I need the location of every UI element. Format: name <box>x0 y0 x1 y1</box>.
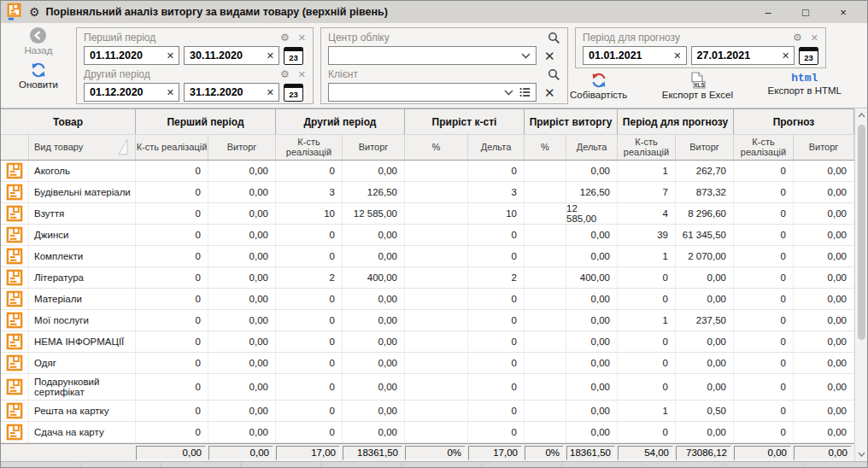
column-header-4[interactable]: К-сть реалізацій <box>276 134 343 160</box>
cost-button[interactable]: Собівартість <box>570 72 627 100</box>
value-cell: 0 <box>734 331 794 352</box>
table-row[interactable]: Сдача на карту00,0000,0000,0000,0000,00 <box>1 422 854 443</box>
column-header-9[interactable]: Дельта <box>566 134 618 160</box>
value-cell: 0 <box>136 289 208 309</box>
table-row[interactable]: Література00,002400,002400,0000,0000,00 <box>1 267 854 289</box>
first-period-gear-icon[interactable]: ⚙ <box>280 32 290 43</box>
minimize-button[interactable]: – <box>749 1 787 23</box>
window-controls: – □ × <box>749 1 862 23</box>
value-cell: 1 <box>618 246 676 266</box>
value-cell: 0,00 <box>343 161 405 181</box>
back-button[interactable]: Назад <box>25 26 53 56</box>
value-cell: 2 070,00 <box>676 246 734 266</box>
value-cell: 0 <box>276 310 343 331</box>
column-header-10[interactable]: К-сть реалізацій <box>618 134 676 160</box>
forecast-from-input[interactable]: 01.01.2021 ✕ <box>583 46 687 65</box>
vertical-scrollbar[interactable] <box>854 108 867 461</box>
export-html-button[interactable]: html Експорт в HTML <box>768 72 842 100</box>
value-cell: 0 <box>276 246 343 266</box>
scroll-down-icon[interactable] <box>855 448 867 461</box>
clear-icon[interactable]: ✕ <box>782 50 789 61</box>
value-cell: 0 <box>276 401 343 421</box>
clear-icon[interactable]: ✕ <box>267 87 274 98</box>
clear-icon[interactable]: ✕ <box>673 50 681 61</box>
table-row[interactable]: Одяг00,0000,0000,0000,0000,00 <box>1 353 854 374</box>
table-row[interactable]: Акоголь00,0000,0000,001262,7000,00 <box>1 161 854 182</box>
clear-icon[interactable]: ✕ <box>167 87 174 98</box>
table-row[interactable]: Будівельні матеріали00,003126,503126,507… <box>1 182 854 203</box>
total-cell: 0,00 <box>208 446 273 460</box>
total-cell: 17,00 <box>276 446 340 460</box>
client-label: Клієнт <box>328 68 358 80</box>
value-cell: 0,00 <box>208 182 276 202</box>
table-row[interactable]: Комплекти00,0000,0000,0012 070,0000,00 <box>1 246 854 267</box>
column-header-8[interactable]: % <box>525 134 566 160</box>
column-header-12[interactable]: К-сть реалізацій <box>734 134 794 160</box>
search-icon[interactable] <box>548 68 560 81</box>
column-header-11[interactable]: Виторг <box>676 134 734 160</box>
column-header-6[interactable]: % <box>405 134 468 160</box>
calendar-button[interactable]: 23 <box>284 84 303 102</box>
scroll-up-icon[interactable] <box>855 108 867 122</box>
table-row[interactable]: Джинси00,0000,0000,003961 345,5000,00 <box>1 225 854 246</box>
first-period-clear-icon[interactable]: ✕ <box>298 33 306 43</box>
column-header-13[interactable]: Виторг <box>794 134 854 160</box>
value-cell: 0,00 <box>208 353 276 373</box>
total-cell: 0,00 <box>136 446 206 460</box>
column-header-3[interactable]: Виторг <box>208 134 276 160</box>
grid-body: Акоголь00,0000,0000,001262,7000,00Будіве… <box>1 161 854 443</box>
center-combobox[interactable] <box>328 46 537 65</box>
table-row[interactable]: Мої послуги00,0000,0000,001237,5000,00 <box>1 310 854 331</box>
column-header-0[interactable] <box>1 134 29 160</box>
column-header-7[interactable]: Дельта <box>468 134 525 160</box>
calendar-button[interactable]: 23 <box>799 47 818 65</box>
second-period-clear-icon[interactable]: ✕ <box>298 70 306 79</box>
table-row[interactable]: Взуття00,001012 585,001012 585,0048 296,… <box>1 203 854 225</box>
center-clear-button[interactable]: ✕ <box>544 50 555 62</box>
value-cell: 0 <box>468 246 525 266</box>
value-cell <box>525 310 566 331</box>
column-header-1[interactable]: Вид товару <box>29 134 136 160</box>
second-period-from-input[interactable]: 01.12.2020 ✕ <box>84 83 179 102</box>
forecast-period-gear-icon[interactable]: ⚙ <box>793 32 802 43</box>
value-cell: 0 <box>618 331 676 352</box>
first-period-from-input[interactable]: 01.11.2020 ✕ <box>84 46 179 65</box>
table-row[interactable]: Матеріали00,0000,0000,0000,0000,00 <box>1 289 854 310</box>
table-row[interactable]: НЕМА ІНФОРМАЦІЇ00,0000,0000,0000,0000,00 <box>1 331 854 353</box>
close-button[interactable]: × <box>824 1 862 23</box>
value-cell: 0,00 <box>676 289 734 309</box>
product-name-cell: Взуття <box>29 203 136 224</box>
clear-icon[interactable]: ✕ <box>267 50 274 61</box>
second-period-gear-icon[interactable]: ⚙ <box>280 69 290 79</box>
export-excel-button[interactable]: XLS Експорт в Excel <box>662 72 733 100</box>
list-icon[interactable] <box>519 87 531 97</box>
client-clear-button[interactable]: ✕ <box>544 86 555 99</box>
value-cell: 0,00 <box>566 374 618 400</box>
calendar-button[interactable]: 23 <box>284 47 303 65</box>
value-cell: 1 <box>618 310 676 331</box>
column-header-5[interactable]: Виторг <box>343 134 405 160</box>
value-cell: 0,00 <box>343 422 405 442</box>
value-cell <box>405 267 468 288</box>
value-cell <box>525 289 566 309</box>
forecast-to-input[interactable]: 27.01.2021 ✕ <box>691 46 795 65</box>
app-window: ⚙ Порівняльний аналіз виторгу за видами … <box>0 0 868 468</box>
value-cell <box>405 401 468 421</box>
total-cell: 0% <box>525 446 564 460</box>
client-combobox[interactable] <box>328 83 537 102</box>
value-cell: 0 <box>734 353 794 373</box>
column-header-2[interactable]: К-сть реалізацій <box>136 134 208 160</box>
second-period-to-input[interactable]: 31.12.2020 ✕ <box>184 83 279 102</box>
value-cell: 0 <box>734 203 794 224</box>
value-cell: 0,00 <box>343 374 405 400</box>
table-row[interactable]: Решта на картку00,0000,0000,0010,5000,00 <box>1 401 854 422</box>
clear-icon[interactable]: ✕ <box>167 50 174 61</box>
maximize-button[interactable]: □ <box>787 1 824 23</box>
first-period-to-input[interactable]: 30.11.2020 ✕ <box>184 46 279 65</box>
search-icon[interactable] <box>548 32 560 44</box>
table-row[interactable]: Подарунковий сертифікат00,0000,0000,0000… <box>1 374 854 401</box>
refresh-button[interactable]: Оновити <box>19 61 58 90</box>
forecast-period-clear-icon[interactable]: ✕ <box>811 33 818 43</box>
scroll-thumb[interactable] <box>858 125 865 340</box>
value-cell: 0,00 <box>794 246 854 266</box>
